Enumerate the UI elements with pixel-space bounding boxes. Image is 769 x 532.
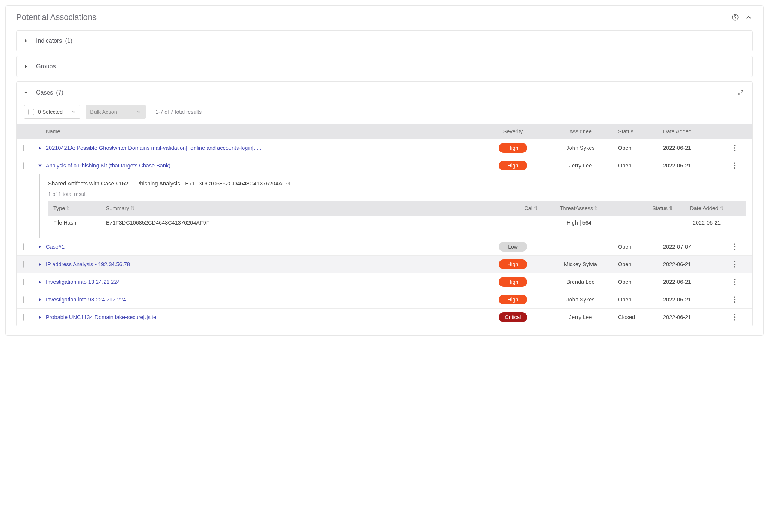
col-date[interactable]: Date Added xyxy=(663,128,723,134)
svg-point-21 xyxy=(734,316,735,318)
row-checkbox[interactable] xyxy=(23,243,24,250)
cases-header[interactable]: Cases (7) xyxy=(17,82,752,104)
case-name-link[interactable]: Investigation into 13.24.21.224 xyxy=(46,279,483,285)
chevron-right-icon xyxy=(24,65,29,68)
row-actions-menu[interactable] xyxy=(723,162,746,169)
case-name-link[interactable]: Case#1 xyxy=(46,244,483,250)
date-cell: 2022-06-21 xyxy=(663,314,723,320)
sort-icon: ⇅ xyxy=(534,206,538,211)
col-name[interactable]: Name xyxy=(46,128,483,134)
case-name-link[interactable]: Investigation into 98.224.212.224 xyxy=(46,297,483,303)
groups-header[interactable]: Groups xyxy=(17,56,752,77)
row-actions-menu[interactable] xyxy=(723,279,746,285)
col-type[interactable]: Type⇅ xyxy=(53,205,106,211)
svg-point-7 xyxy=(734,167,735,169)
svg-point-16 xyxy=(734,284,735,285)
indicators-panel: Indicators (1) xyxy=(16,30,753,51)
row-expand-toggle[interactable] xyxy=(38,316,46,319)
status-cell: Open xyxy=(618,163,663,169)
assignee-cell: Jerry Lee xyxy=(543,163,618,169)
collapse-icon[interactable] xyxy=(745,13,753,21)
potential-associations-card: Potential Associations Indicators (1) Gr… xyxy=(5,5,764,336)
shared-artifacts-results: 1 of 1 total result xyxy=(48,191,746,197)
select-all-checkbox[interactable] xyxy=(28,109,34,115)
artifact-summary: E71F3DC106852CD4648C41376204AF9F xyxy=(106,220,493,226)
selection-dropdown[interactable]: 0 Selected xyxy=(24,105,80,119)
card-header: Potential Associations xyxy=(6,12,763,26)
table-row: Investigation into 13.24.21.224 High Bre… xyxy=(17,273,752,291)
bulk-action-dropdown[interactable]: Bulk Action xyxy=(86,105,146,119)
col-threat[interactable]: ThreatAssess⇅ xyxy=(538,205,620,211)
svg-point-5 xyxy=(734,162,735,164)
col-summary[interactable]: Summary⇅ xyxy=(106,205,493,211)
expand-icon[interactable] xyxy=(737,89,745,97)
help-icon[interactable] xyxy=(731,13,739,21)
table-row: Analysis of a Phishing Kit (that targets… xyxy=(17,157,752,174)
artifact-threat: High | 564 xyxy=(538,220,620,226)
table-row: IP address Analysis - 192.34.56.78 High … xyxy=(17,255,752,273)
case-name-link[interactable]: IP address Analysis - 192.34.56.78 xyxy=(46,261,483,267)
col-assignee[interactable]: Assignee xyxy=(543,128,618,134)
table-row: Probable UNC1134 Domain fake-secure[.]si… xyxy=(17,308,752,326)
row-checkbox[interactable] xyxy=(23,261,24,268)
case-name-link[interactable]: 20210421A: Possible Ghostwriter Domains … xyxy=(46,145,483,151)
row-expand-toggle[interactable] xyxy=(38,146,46,150)
col-status[interactable]: Status⇅ xyxy=(620,205,673,211)
severity-badge: High xyxy=(499,277,527,287)
row-checkbox[interactable] xyxy=(23,314,24,321)
case-name-link[interactable]: Probable UNC1134 Domain fake-secure[.]si… xyxy=(46,314,483,320)
row-expand-toggle[interactable] xyxy=(38,280,46,284)
sort-icon: ⇅ xyxy=(720,206,724,211)
assignee-cell: John Sykes xyxy=(543,297,618,303)
cases-label: Cases xyxy=(36,89,53,96)
cases-count: (7) xyxy=(56,89,63,96)
row-checkbox[interactable] xyxy=(23,145,24,151)
row-actions-menu[interactable] xyxy=(723,261,746,268)
col-severity[interactable]: Severity xyxy=(483,128,543,134)
row-actions-menu[interactable] xyxy=(723,243,746,250)
date-cell: 2022-06-21 xyxy=(663,145,723,151)
status-cell: Open xyxy=(618,244,663,250)
card-header-actions xyxy=(731,13,753,21)
svg-point-1 xyxy=(735,18,736,19)
col-status[interactable]: Status xyxy=(618,128,663,134)
cases-panel: Cases (7) 0 Selected Bulk Action xyxy=(16,81,753,326)
row-checkbox[interactable] xyxy=(23,279,24,285)
status-cell: Open xyxy=(618,297,663,303)
svg-point-0 xyxy=(732,14,738,20)
row-expand-toggle[interactable] xyxy=(38,263,46,266)
svg-point-11 xyxy=(734,261,735,262)
assignee-cell: Brenda Lee xyxy=(543,279,618,285)
row-checkbox[interactable] xyxy=(23,296,24,303)
date-cell: 2022-06-21 xyxy=(663,297,723,303)
row-actions-menu[interactable] xyxy=(723,296,746,303)
case-name-link[interactable]: Analysis of a Phishing Kit (that targets… xyxy=(46,163,483,169)
date-cell: 2022-06-21 xyxy=(663,163,723,169)
status-cell: Open xyxy=(618,279,663,285)
row-expand-toggle[interactable] xyxy=(38,245,46,249)
indicators-label: Indicators xyxy=(36,38,62,44)
svg-point-18 xyxy=(734,299,735,300)
sort-icon: ⇅ xyxy=(66,206,70,211)
svg-point-13 xyxy=(734,266,735,268)
assignee-cell: Jerry Lee xyxy=(543,314,618,320)
col-cal[interactable]: Cal⇅ xyxy=(493,205,538,211)
row-actions-menu[interactable] xyxy=(723,145,746,151)
severity-badge: High xyxy=(499,161,527,170)
row-expand-toggle[interactable] xyxy=(38,298,46,301)
indicators-header[interactable]: Indicators (1) xyxy=(17,31,752,51)
col-date[interactable]: Date Added⇅ xyxy=(673,205,740,211)
shared-artifact-row: File Hash E71F3DC106852CD4648C41376204AF… xyxy=(48,216,746,229)
row-checkbox[interactable] xyxy=(23,162,24,169)
row-actions-menu[interactable] xyxy=(723,314,746,321)
row-expand-toggle[interactable] xyxy=(38,164,46,167)
bulk-action-label: Bulk Action xyxy=(90,109,117,115)
severity-badge: High xyxy=(499,295,527,304)
table-row: Investigation into 98.224.212.224 High J… xyxy=(17,291,752,308)
chevron-down-icon xyxy=(72,110,76,114)
shared-artifacts-title: Shared Artifacts with Case #1621 - Phish… xyxy=(48,180,746,187)
svg-point-9 xyxy=(734,246,735,247)
svg-point-3 xyxy=(734,147,735,149)
card-title: Potential Associations xyxy=(16,12,97,22)
svg-point-19 xyxy=(734,301,735,303)
